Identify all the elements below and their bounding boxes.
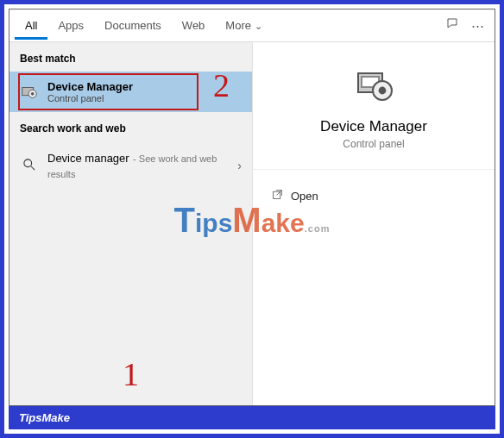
annotation-number-1: 1 (123, 355, 139, 393)
annotation-number-2: 2 (213, 66, 230, 104)
results-column: Best match Device Manager Control panel … (9, 42, 253, 405)
window-border: All Apps Documents Web More ⋯ Best match (0, 0, 504, 438)
feedback-icon[interactable] (441, 17, 465, 34)
open-icon (272, 189, 291, 203)
best-match-title: Device Manager (47, 80, 133, 93)
device-manager-icon (20, 83, 39, 102)
svg-point-2 (31, 92, 35, 96)
footer-bar: TipsMake (9, 406, 495, 429)
tab-documents[interactable]: Documents (94, 12, 172, 40)
preview-subtitle: Control panel (261, 138, 486, 150)
actions-list: Open (253, 170, 495, 222)
tab-more[interactable]: More (215, 12, 273, 40)
search-panel: All Apps Documents Web More ⋯ Best match (9, 9, 495, 406)
preview-column: Device Manager Control panel Open (253, 42, 495, 405)
web-result[interactable]: Device manager - See work and web result… (9, 141, 252, 190)
footer-brand: TipsMake (19, 411, 70, 424)
tabs-row: All Apps Documents Web More ⋯ (9, 9, 495, 42)
device-manager-icon (353, 65, 394, 106)
web-result-title: Device manager (47, 152, 129, 165)
preview-header: Device Manager Control panel (253, 42, 495, 170)
best-match-subtitle: Control panel (47, 93, 133, 103)
search-web-header: Search work and web (9, 112, 252, 141)
tab-all[interactable]: All (15, 12, 47, 40)
preview-title: Device Manager (261, 118, 486, 135)
svg-point-3 (24, 159, 32, 166)
search-icon (20, 159, 39, 173)
open-label: Open (291, 190, 318, 203)
svg-line-4 (31, 166, 35, 169)
more-options-icon[interactable]: ⋯ (465, 18, 489, 34)
best-match-result[interactable]: Device Manager Control panel 2 (9, 72, 252, 112)
svg-point-8 (379, 87, 387, 95)
open-action[interactable]: Open (272, 184, 476, 208)
tab-apps[interactable]: Apps (47, 12, 94, 40)
chevron-right-icon: › (237, 159, 242, 172)
tab-web[interactable]: Web (172, 12, 216, 40)
